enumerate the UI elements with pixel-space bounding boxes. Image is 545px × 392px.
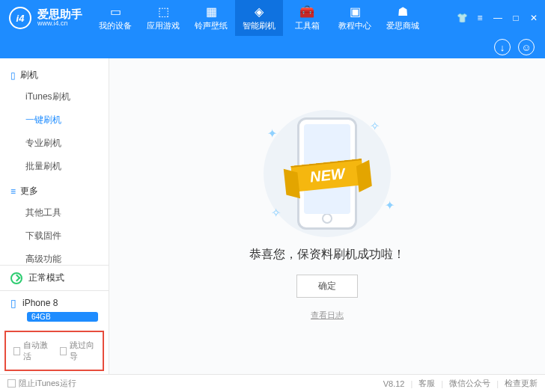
logo-mark: i4: [9, 7, 31, 29]
success-message: 恭喜您，保资料刷机成功啦！: [249, 247, 405, 263]
group-more[interactable]: ≡更多: [0, 180, 109, 202]
ok-button[interactable]: 确定: [296, 275, 358, 298]
wallpaper-icon: ▦: [206, 4, 217, 18]
device-icon: ▯: [10, 70, 16, 81]
block-itunes-checkbox[interactable]: 阻止iTunes运行: [7, 378, 76, 389]
options-box: 自动激活 跳过向导: [4, 331, 104, 371]
nav-label: 爱思商城: [386, 20, 419, 31]
sidebar-item-download-fw[interactable]: 下载固件: [25, 230, 109, 242]
sidebar-item-other-tools[interactable]: 其他工具: [25, 206, 109, 219]
logo: i4 爱思助手 www.i4.cn: [0, 7, 91, 29]
footer-support-link[interactable]: 客服: [418, 378, 435, 389]
nav-label: 应用游戏: [147, 20, 180, 31]
sub-header: ↓ ☺: [0, 36, 545, 58]
nav-tutorial[interactable]: ▣教程中心: [331, 0, 379, 36]
nav-toolbox[interactable]: 🧰工具箱: [283, 0, 331, 36]
mode-indicator[interactable]: 正常模式: [0, 265, 109, 290]
mode-label: 正常模式: [28, 272, 64, 284]
footer: 阻止iTunes运行 V8.12 | 客服 | 微信公众号 | 检查更新: [0, 374, 545, 392]
group-flash[interactable]: ▯刷机: [0, 64, 109, 86]
phone-small-icon: ▯: [10, 297, 16, 309]
menu-icon[interactable]: ≡: [475, 13, 485, 23]
nav-apps[interactable]: ⬚应用游戏: [139, 0, 187, 36]
checkbox-label: 阻止iTunes运行: [19, 378, 76, 389]
sidebar-item-batch-flash[interactable]: 批量刷机: [25, 160, 109, 173]
phone-icon: ▭: [110, 4, 121, 18]
sidebar-item-pro-flash[interactable]: 专业刷机: [25, 137, 109, 150]
sidebar-item-itunes-flash[interactable]: iTunes刷机: [25, 91, 109, 103]
tutorial-icon: ▣: [350, 4, 361, 18]
nav-label: 铃声壁纸: [195, 20, 228, 31]
main-panel: ✦✧✦✧ NEW 恭喜您，保资料刷机成功啦！ 确定 查看日志: [109, 58, 545, 374]
device-storage-badge: 64GB: [27, 312, 98, 322]
nav-label: 智能刷机: [243, 20, 275, 31]
skip-wizard-checkbox[interactable]: 跳过向导: [60, 340, 96, 362]
nav-label: 教程中心: [338, 20, 371, 31]
device-name: iPhone 8: [22, 298, 58, 308]
close-icon[interactable]: ✕: [529, 13, 539, 23]
list-icon: ≡: [10, 186, 16, 197]
nav-flash[interactable]: ◈智能刷机: [235, 0, 283, 36]
sidebar-item-oneclick-flash[interactable]: 一键刷机: [25, 114, 109, 126]
view-log-link[interactable]: 查看日志: [311, 310, 344, 321]
group-title: 更多: [20, 185, 38, 197]
shirt-icon[interactable]: 👕: [457, 13, 467, 23]
logo-url: www.i4.cn: [37, 20, 82, 28]
nav-store[interactable]: ☗爱思商城: [379, 0, 427, 36]
logo-title: 爱思助手: [37, 8, 82, 21]
auto-activate-checkbox[interactable]: 自动激活: [13, 340, 49, 362]
window-controls: 👕 ≡ — □ ✕: [457, 13, 545, 23]
nav-label: 我的设备: [99, 20, 132, 31]
footer-update-link[interactable]: 检查更新: [505, 378, 538, 389]
checkbox-label: 自动激活: [23, 340, 49, 362]
version-label: V8.12: [383, 379, 405, 388]
checkbox-label: 跳过向导: [70, 340, 95, 362]
sidebar-item-advanced[interactable]: 高级功能: [25, 253, 109, 265]
flash-icon: ◈: [255, 4, 264, 18]
success-illustration: ✦✧✦✧ NEW: [252, 111, 402, 235]
refresh-icon: [10, 272, 22, 284]
minimize-icon[interactable]: —: [493, 13, 503, 23]
nav-wallpaper[interactable]: ▦铃声壁纸: [187, 0, 235, 36]
sidebar: ▯刷机 iTunes刷机 一键刷机 专业刷机 批量刷机 ≡更多 其他工具 下载固…: [0, 58, 109, 374]
nav-label: 工具箱: [295, 20, 320, 31]
maximize-icon[interactable]: □: [511, 13, 521, 23]
user-button[interactable]: ☺: [518, 39, 535, 55]
store-icon: ☗: [398, 4, 408, 18]
group-title: 刷机: [20, 69, 38, 82]
nav-device[interactable]: ▭我的设备: [91, 0, 139, 36]
footer-wechat-link[interactable]: 微信公众号: [449, 378, 490, 389]
device-box[interactable]: ▯iPhone 8 64GB: [0, 290, 109, 328]
download-button[interactable]: ↓: [494, 39, 511, 55]
toolbox-icon: 🧰: [299, 4, 314, 18]
apps-icon: ⬚: [158, 4, 169, 18]
top-nav: ▭我的设备 ⬚应用游戏 ▦铃声壁纸 ◈智能刷机 🧰工具箱 ▣教程中心 ☗爱思商城: [91, 0, 457, 36]
app-header: i4 爱思助手 www.i4.cn ▭我的设备 ⬚应用游戏 ▦铃声壁纸 ◈智能刷…: [0, 0, 545, 36]
